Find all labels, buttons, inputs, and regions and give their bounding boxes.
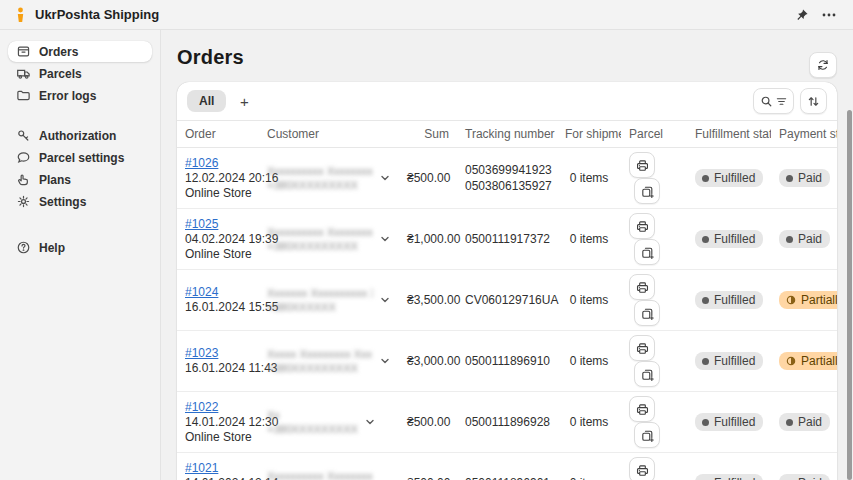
tracking-number: CV060129716UA — [465, 292, 549, 308]
sidebar: Orders Parcels Error logs Authorization — [0, 30, 161, 480]
fulfillment-status-badge: Fulfilled — [695, 352, 763, 370]
sidebar-item-label: Help — [39, 241, 65, 255]
col-header-order: Order — [177, 121, 259, 148]
table-toolbar: All + — [177, 82, 837, 121]
table-row: #1026 12.02.2024 20:16 Online Store Xxxx… — [177, 148, 837, 209]
order-link[interactable]: #1025 — [185, 217, 218, 231]
customer-expand-button[interactable] — [379, 172, 391, 184]
sidebar-item-orders[interactable]: Orders — [8, 41, 152, 62]
customer-expand-button[interactable] — [364, 416, 376, 428]
table-row: #1023 16.01.2024 11:43 Xxxxx Xxxxxxxxx X… — [177, 331, 837, 392]
tab-all[interactable]: All — [187, 90, 226, 112]
create-parcel-button[interactable] — [634, 422, 660, 448]
for-shipment-count: 0 items — [557, 270, 621, 331]
sidebar-item-label: Error logs — [39, 89, 96, 103]
table-row: #1025 04.02.2024 19:39 Online Store Xxxx… — [177, 209, 837, 270]
order-link[interactable]: #1024 — [185, 285, 218, 299]
order-date: 12.02.2024 20:16 — [185, 171, 251, 186]
sidebar-item-parcels[interactable]: Parcels — [8, 63, 152, 84]
customer-phone-redacted: +380XXXXXXXXX — [267, 422, 358, 436]
order-link[interactable]: #1022 — [185, 400, 218, 414]
tracking-number: 0500111896928 — [465, 414, 549, 430]
sidebar-item-label: Parcel settings — [39, 151, 124, 165]
vertical-scrollbar[interactable] — [847, 110, 852, 480]
sidebar-item-error-logs[interactable]: Error logs — [8, 85, 152, 106]
sidebar-item-label: Plans — [39, 173, 71, 187]
sidebar-item-parcel-settings[interactable]: Parcel settings — [8, 147, 152, 168]
payment-status-badge: Paid — [779, 169, 830, 187]
search-filter-button[interactable] — [753, 88, 794, 114]
status-dot — [702, 236, 709, 243]
payment-status-badge: Partially paid — [779, 291, 837, 309]
order-link[interactable]: #1021 — [185, 461, 218, 475]
for-shipment-count: 0 items — [557, 209, 621, 270]
tracking-number: 0503806135927 — [465, 178, 549, 194]
sidebar-item-settings[interactable]: Settings — [8, 191, 152, 212]
order-sum: ₴3,500.00 — [399, 270, 457, 331]
orders-table: Order Customer Sum Tracking number For s… — [177, 121, 837, 480]
col-header-payment: Payment status — [771, 121, 837, 148]
copy-plus-icon — [640, 367, 655, 382]
for-shipment-count: 0 items — [557, 392, 621, 453]
for-shipment-count: 0 items — [557, 331, 621, 392]
key-icon — [16, 128, 31, 143]
for-shipment-count: 0 items — [557, 148, 621, 209]
tracking-number: 0503699941923 — [465, 162, 549, 178]
sidebar-item-plans[interactable]: Plans — [8, 169, 152, 190]
create-parcel-button[interactable] — [634, 178, 660, 204]
status-dot — [702, 175, 709, 182]
customer-phone-redacted: +380XXXXXX — [267, 300, 373, 314]
fulfillment-status-badge: Fulfilled — [695, 169, 763, 187]
order-date: 14.01.2024 12:14 — [185, 476, 251, 480]
print-label-button[interactable] — [629, 396, 655, 422]
customer-phone-redacted: +380XXXXXXXXX — [267, 178, 373, 192]
printer-icon — [635, 341, 650, 356]
printer-icon — [635, 158, 650, 173]
col-header-for-shipment: For shipment — [557, 121, 621, 148]
status-dot — [786, 236, 793, 243]
order-link[interactable]: #1026 — [185, 156, 218, 170]
customer-expand-button[interactable] — [379, 233, 391, 245]
add-view-button[interactable]: + — [232, 90, 256, 112]
sidebar-item-authorization[interactable]: Authorization — [8, 125, 152, 146]
sidebar-item-label: Parcels — [39, 67, 82, 81]
col-header-sum: Sum — [399, 121, 457, 148]
printer-icon — [635, 463, 650, 478]
order-link[interactable]: #1023 — [185, 346, 218, 360]
page-title: Orders — [177, 46, 244, 69]
order-sum: ₴500.00 — [399, 392, 457, 453]
customer-expand-button[interactable] — [379, 355, 391, 367]
help-icon — [16, 240, 31, 255]
truck-icon — [16, 66, 31, 81]
customer-name-redacted: Xxxxxxxxxx Xxxxxxxxxxx... — [267, 225, 373, 239]
create-parcel-button[interactable] — [634, 239, 660, 265]
order-date: 16.01.2024 11:43 — [185, 361, 251, 376]
print-label-button[interactable] — [629, 335, 655, 361]
sidebar-item-help[interactable]: Help — [8, 237, 152, 258]
customer-name-redacted: Xxxxxxxxxx Xxxxxxxxxxx... — [267, 164, 373, 178]
sidebar-item-label: Authorization — [39, 129, 116, 143]
chevron-down-icon — [379, 172, 391, 184]
status-dot — [786, 175, 793, 182]
refresh-button[interactable] — [809, 52, 837, 78]
print-label-button[interactable] — [629, 213, 655, 239]
print-label-button[interactable] — [629, 274, 655, 300]
col-header-fulfillment: Fulfillment status — [687, 121, 771, 148]
chevron-down-icon — [379, 355, 391, 367]
create-parcel-button[interactable] — [634, 361, 660, 387]
fulfillment-status-badge: Fulfilled — [695, 291, 763, 309]
sidebar-item-label: Orders — [39, 45, 78, 59]
folder-icon — [16, 88, 31, 103]
partial-circle-icon — [786, 356, 796, 366]
printer-icon — [635, 219, 650, 234]
customer-name-redacted: Xxxxxxx Xxxxxxxxxx Xx... — [267, 286, 373, 300]
create-parcel-button[interactable] — [634, 300, 660, 326]
print-label-button[interactable] — [629, 457, 655, 480]
pin-icon[interactable] — [793, 6, 811, 24]
sort-button[interactable] — [800, 88, 827, 114]
refresh-icon — [816, 58, 830, 72]
print-label-button[interactable] — [629, 152, 655, 178]
more-menu-icon[interactable] — [819, 6, 839, 24]
customer-expand-button[interactable] — [379, 294, 391, 306]
chevron-down-icon — [379, 294, 391, 306]
